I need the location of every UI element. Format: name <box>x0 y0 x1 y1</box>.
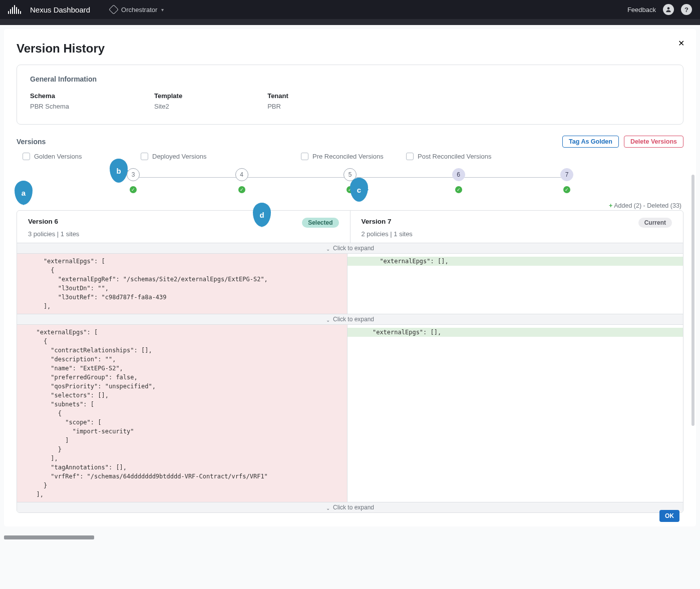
expand-bar-1[interactable]: ⌄Click to expand <box>17 243 683 254</box>
schema-value: PBR Schema <box>30 103 69 110</box>
general-info-card: General Information Schema PBR Schema Te… <box>17 65 683 125</box>
filter-post-reconciled[interactable]: Post Reconciled Versions <box>406 153 491 160</box>
diff-right-2: "externalEpgs": [], <box>347 325 683 502</box>
diff-block-2: "externalEpgs": [ { "contractRelationshi… <box>17 325 683 502</box>
checkbox-icon <box>406 153 414 160</box>
version-timeline: 3 ✓ 4 ✓ 5 ✓ 6 ✓ 7 ✓ <box>22 168 678 198</box>
filter-golden-label: Golden Versions <box>34 153 82 160</box>
close-icon[interactable]: ✕ <box>678 39 684 48</box>
diff-right-1-add: "externalEpgs": [], <box>347 257 683 266</box>
gi-schema: Schema PBR Schema <box>30 92 69 110</box>
gi-tenant: Tenant PBR <box>267 92 288 110</box>
schema-label: Schema <box>30 92 69 100</box>
gi-template: Template Site2 <box>154 92 182 110</box>
check-icon: ✓ <box>130 186 137 193</box>
node-circle: 5 <box>343 168 357 181</box>
current-badge: Current <box>638 218 672 228</box>
check-icon: ✓ <box>563 186 570 193</box>
selected-badge: Selected <box>302 218 338 228</box>
help-icon[interactable]: ? <box>681 4 692 15</box>
compare-header: Selected Version 6 3 policies | 1 sites … <box>17 211 683 243</box>
filter-deployed-label: Deployed Versions <box>152 153 206 160</box>
right-version-sub: 2 policies | 1 sites <box>362 230 672 238</box>
legend-text: Added (2) - Deleted (33) <box>612 202 681 209</box>
top-right: Feedback ? <box>627 4 692 15</box>
brand-name: Nexus Dashboard <box>30 6 90 14</box>
diff-left-1: "externalEpgs": [ { "externalEpgRef": "/… <box>17 254 347 314</box>
tenant-label: Tenant <box>267 92 288 100</box>
node-circle: 7 <box>560 168 573 181</box>
filter-golden[interactable]: Golden Versions <box>23 153 141 160</box>
ok-button[interactable]: OK <box>659 510 679 522</box>
timeline-nodes: 3 ✓ 4 ✓ 5 ✓ 6 ✓ 7 ✓ <box>22 168 678 193</box>
expand-label: Click to expand <box>333 316 374 323</box>
expand-label: Click to expand <box>333 245 374 252</box>
user-avatar-icon[interactable] <box>663 4 674 15</box>
template-value: Site2 <box>154 103 182 110</box>
version-history-modal: ✕ Version History General Information Sc… <box>4 29 696 526</box>
checkbox-icon <box>301 153 308 160</box>
timeline-node-4[interactable]: 4 ✓ <box>235 168 248 193</box>
scrollbar-hint <box>4 535 94 539</box>
general-info-grid: Schema PBR Schema Template Site2 Tenant … <box>30 92 670 110</box>
checkbox-icon <box>141 153 148 160</box>
check-icon: ✓ <box>346 186 354 193</box>
expand-label: Click to expand <box>333 504 374 511</box>
timeline-node-5[interactable]: 5 ✓ <box>343 168 357 193</box>
diff-right-2-add: "externalEpgs": [], <box>347 328 683 337</box>
versions-title: Versions <box>17 138 46 146</box>
check-icon: ✓ <box>455 186 462 193</box>
chevron-down-icon: ▾ <box>161 7 164 13</box>
sub-band <box>0 19 700 25</box>
delete-versions-button[interactable]: Delete Versions <box>624 136 683 148</box>
left-version-sub: 3 policies | 1 sites <box>28 230 339 238</box>
right-version-title: Version 7 <box>362 218 672 225</box>
filter-pre-label: Pre Reconciled Versions <box>312 153 384 160</box>
filter-post-label: Post Reconciled Versions <box>418 153 491 160</box>
versions-actions: Tag As Golden Delete Versions <box>562 136 683 148</box>
modal-footer: OK <box>17 513 683 526</box>
timeline-node-7[interactable]: 7 ✓ <box>560 168 573 193</box>
template-label: Template <box>154 92 182 100</box>
scrollbar-vertical[interactable] <box>691 175 694 426</box>
node-circle: 4 <box>235 168 248 181</box>
orchestrator-label: Orchestrator <box>121 6 157 14</box>
chevron-down-icon: ⌄ <box>326 317 330 323</box>
general-info-heading: General Information <box>30 75 670 83</box>
diff-right-1: "externalEpgs": [], <box>347 254 683 314</box>
cisco-logo-icon <box>8 5 21 14</box>
left-version-title: Version 6 <box>28 218 339 225</box>
brand-block: Nexus Dashboard <box>8 5 90 14</box>
tag-golden-button[interactable]: Tag As Golden <box>562 136 619 148</box>
compare-right-header: Current Version 7 2 policies | 1 sites <box>350 211 683 243</box>
orchestrator-icon <box>109 5 119 15</box>
node-circle: 3 <box>127 168 140 181</box>
filter-pre-reconciled[interactable]: Pre Reconciled Versions <box>301 153 406 160</box>
node-circle: 6 <box>452 168 465 181</box>
diff-legend: + Added (2) - Deleted (33) <box>17 202 681 209</box>
feedback-link[interactable]: Feedback <box>627 6 656 14</box>
diff-block-1: "externalEpgs": [ { "externalEpgRef": "/… <box>17 254 683 314</box>
top-header: Nexus Dashboard Orchestrator ▾ Feedback … <box>0 0 700 19</box>
chevron-down-icon: ⌄ <box>326 246 330 252</box>
timeline-node-6[interactable]: 6 ✓ <box>452 168 465 193</box>
expand-bar-3[interactable]: ⌄Click to expand <box>17 502 683 512</box>
svg-point-0 <box>667 7 670 10</box>
chevron-down-icon: ⌄ <box>326 505 330 511</box>
versions-header: Versions Tag As Golden Delete Versions <box>17 136 683 148</box>
check-icon: ✓ <box>238 186 245 193</box>
timeline-node-3[interactable]: 3 ✓ <box>127 168 140 193</box>
diff-left-2: "externalEpgs": [ { "contractRelationshi… <box>17 325 347 502</box>
checkbox-icon <box>23 153 30 160</box>
compare-panel: Selected Version 6 3 policies | 1 sites … <box>17 210 683 513</box>
expand-bar-2[interactable]: ⌄Click to expand <box>17 314 683 325</box>
compare-left-header: Selected Version 6 3 policies | 1 sites <box>17 211 350 243</box>
version-filters: Golden Versions Deployed Versions Pre Re… <box>23 153 683 160</box>
modal-title: Version History <box>17 42 683 56</box>
tenant-value: PBR <box>267 103 288 110</box>
filter-deployed[interactable]: Deployed Versions <box>141 153 301 160</box>
product-switcher[interactable]: Orchestrator ▾ <box>110 6 164 14</box>
